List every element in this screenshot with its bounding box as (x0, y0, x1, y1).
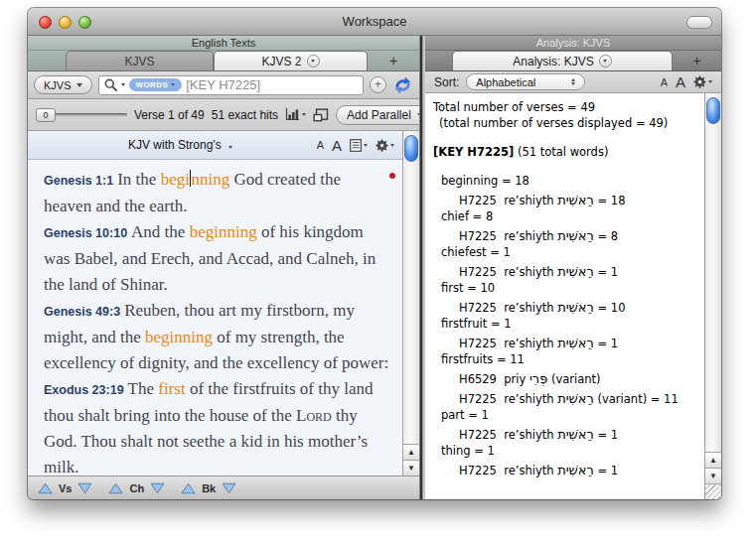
verse-row[interactable]: Exodus 23:19The first of the firstfruits… (44, 376, 392, 476)
spacer (433, 131, 702, 144)
module-select-button[interactable]: KJVS (34, 75, 92, 94)
refresh-icon[interactable] (392, 75, 413, 95)
analysis-word-line: firstfruits = 11 (433, 351, 702, 367)
scroll-up-button[interactable]: ▲ (403, 444, 419, 460)
chevron-down-icon (228, 146, 232, 149)
search-menu-icon[interactable] (121, 83, 125, 86)
verse-toolbar: 0 Verse 1 of 49 51 exact hits (28, 99, 419, 131)
hebrew-lexical-form: רֵאשִׁית (557, 264, 594, 279)
hebrew-lexical-form: רֵאשִׁית (557, 193, 594, 207)
gear-icon (693, 75, 706, 88)
english-texts-pane: English Texts KJVS KJVS 2 + KJVS (28, 36, 419, 499)
tab-menu-icon[interactable] (599, 55, 612, 68)
chevron-down-icon (171, 83, 175, 86)
previous-chapter-button[interactable] (108, 482, 123, 494)
search-input[interactable]: WORDS [KEY H7225] (98, 75, 364, 95)
previous-book-button[interactable] (181, 482, 196, 494)
workspace-window: Workspace English Texts KJVS KJVS 2 + (28, 8, 721, 499)
bar-chart-icon (285, 108, 300, 121)
right-scrollbar[interactable]: ▲ ▼ (704, 93, 721, 499)
analysis-word-line: beginning = 18 (433, 173, 702, 189)
text-version-button[interactable]: KJV with Strong's (28, 138, 333, 152)
search-icon[interactable] (104, 78, 117, 91)
tab-menu-icon[interactable] (307, 55, 320, 68)
gear-icon (376, 139, 388, 152)
right-scrollbar-thumb[interactable] (706, 97, 720, 124)
next-book-button[interactable] (222, 482, 236, 494)
verse-nav-bar: Vs Ch Bk (28, 476, 419, 499)
verse-reference[interactable]: Genesis 10:10 (44, 226, 127, 240)
analysis-text-area[interactable]: Total number of verses = 49(total number… (425, 93, 704, 499)
minimize-button[interactable] (59, 16, 72, 29)
scroll-up-button[interactable]: ▲ (705, 452, 721, 468)
verse-slider[interactable]: 0 (36, 108, 127, 122)
chapter-nav-label: Ch (129, 482, 144, 494)
tab-kjvs[interactable]: KJVS (66, 51, 214, 70)
sort-select[interactable]: Alphabetical (466, 73, 585, 90)
chevron-down-icon (76, 83, 82, 87)
verse-reference[interactable]: Genesis 49:3 (44, 305, 120, 319)
verse-row[interactable]: Genesis 1:1In the beginning God created … (44, 167, 392, 219)
new-tab-button[interactable]: + (368, 51, 419, 70)
analysis-form-line: H7225 re’shiyth רֵאשִׁית = 10 (433, 300, 702, 316)
close-button[interactable] (39, 16, 52, 29)
spacer (433, 160, 702, 173)
analysis-summary: Total number of verses = 49 (433, 99, 702, 115)
hebrew-lexical-form: רֵאשִׁית (557, 463, 594, 477)
previous-verse-button[interactable] (38, 482, 53, 494)
scroll-down-button[interactable]: ▼ (705, 468, 721, 483)
verse-text-area[interactable]: Genesis 1:1In the beginning God created … (28, 160, 402, 476)
verse-row[interactable]: Genesis 49:3Reuben, thou art my firstbor… (44, 298, 392, 376)
verse-reference[interactable]: Genesis 1:1 (44, 174, 113, 188)
title-bar[interactable]: Workspace (28, 8, 721, 36)
analysis-word-line: part = 1 (433, 407, 702, 423)
new-tab-button[interactable]: + (673, 51, 721, 70)
slider-thumb[interactable]: 0 (36, 108, 56, 122)
tab-label: KJVS 2 (261, 55, 301, 68)
verse-nav-label: Vs (59, 482, 72, 494)
text-pane-header: KJV with Strong's A A (28, 131, 402, 160)
analysis-form-line: H7225 re’shiyth רֵאשִׁית = 1 (433, 336, 702, 351)
hebrew-lexical-form: פְּרִי (529, 371, 547, 386)
verse-row[interactable]: Genesis 10:10And the beginning of his ki… (44, 219, 392, 298)
analysis-word-line: chiefest = 1 (433, 244, 702, 260)
chevron-down-icon (364, 144, 368, 147)
book-nav-label: Bk (202, 482, 216, 494)
next-verse-button[interactable] (77, 482, 92, 494)
analysis-key-heading: [KEY H7225] (51 total words) (433, 144, 702, 160)
resize-grip[interactable] (705, 483, 721, 499)
increase-text-size-button[interactable]: A (676, 73, 685, 90)
decrease-text-size-button[interactable]: A (317, 139, 324, 151)
increase-text-size-button[interactable]: A (332, 137, 342, 154)
hits-status: 51 exact hits (212, 108, 278, 122)
analysis-form-line: H7225 re’shiyth רֵאשִׁית = 1 (433, 264, 702, 280)
scope-pill[interactable]: WORDS (129, 78, 183, 91)
zoom-button[interactable] (78, 16, 91, 29)
module-label: KJVS (44, 79, 72, 91)
window-title: Workspace (28, 14, 721, 29)
search-query-text[interactable]: [KEY H7225] (186, 77, 260, 92)
left-scrollbar[interactable]: ▲ ▼ (402, 131, 419, 476)
left-scrollbar-thumb[interactable] (404, 135, 418, 162)
slider-track[interactable] (54, 113, 127, 116)
analysis-settings-button[interactable] (693, 75, 712, 88)
decrease-text-size-button[interactable]: A (661, 76, 668, 88)
add-search-button[interactable]: + (370, 76, 386, 93)
pane-settings-button[interactable] (376, 139, 394, 152)
scroll-down-button[interactable]: ▼ (403, 460, 419, 476)
hit-marker-dot (389, 173, 395, 179)
details-button[interactable] (313, 108, 329, 122)
next-chapter-button[interactable] (150, 482, 165, 494)
analysis-form-line: H7225 re’shiyth רֵאשִׁית = 8 (433, 228, 702, 244)
tab-kjvs-2[interactable]: KJVS 2 (214, 51, 368, 70)
hebrew-lexical-form: רֵאשִׁית (557, 228, 594, 243)
analysis-word-line: chief = 8 (433, 208, 702, 224)
screen: Workspace English Texts KJVS KJVS 2 + (0, 0, 756, 544)
tab-analysis-kjvs[interactable]: Analysis: KJVS (452, 51, 673, 70)
verse-reference[interactable]: Exodus 23:19 (44, 383, 124, 397)
analysis-summary: (total number of verses displayed = 49) (433, 115, 702, 131)
toolbar-toggle-button[interactable] (686, 16, 712, 29)
display-settings-button[interactable] (350, 139, 368, 152)
chapter-nav-group: Ch (108, 482, 165, 494)
hits-graph-button[interactable] (285, 108, 306, 121)
